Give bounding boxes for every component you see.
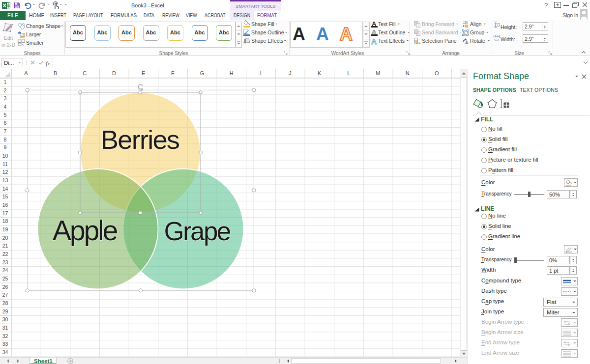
svg-text:Grape: Grape — [164, 217, 230, 246]
svg-text:Berries: Berries — [101, 125, 179, 155]
svg-text:Apple: Apple — [53, 215, 118, 246]
